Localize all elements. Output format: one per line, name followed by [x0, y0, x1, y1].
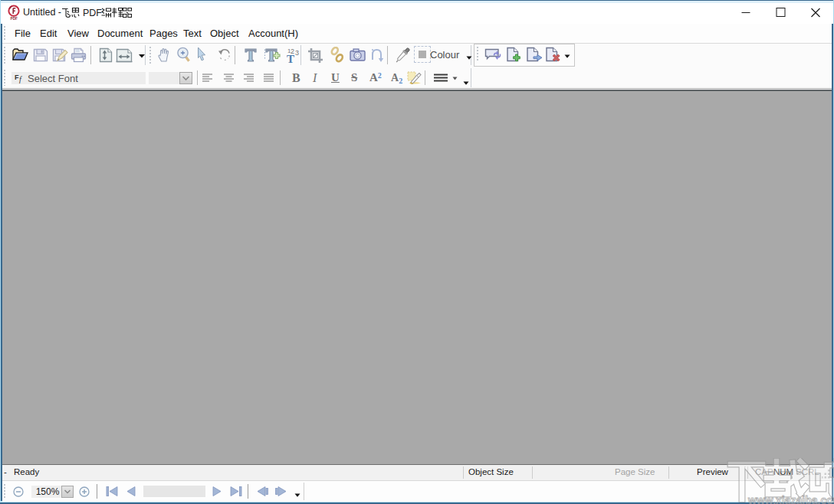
svg-text:T: T [287, 53, 294, 64]
svg-text:PDF: PDF [11, 17, 18, 21]
svg-text:3: 3 [295, 49, 299, 57]
svg-text:f: f [19, 75, 22, 83]
svg-text:PDF: PDF [83, 8, 102, 18]
